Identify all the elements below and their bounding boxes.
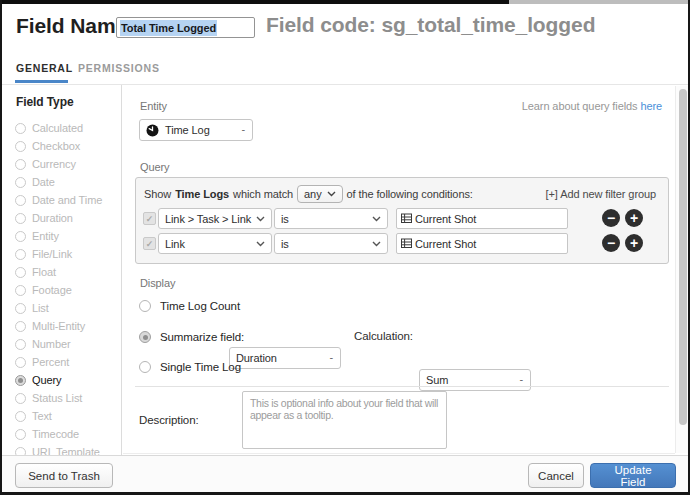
radio-icon — [15, 285, 26, 296]
radio-icon — [15, 141, 26, 152]
top-edge-light — [509, 0, 690, 4]
field-type-option-currency: Currency — [15, 155, 119, 173]
radio-summarize-field[interactable] — [139, 331, 151, 343]
help-text: Learn about query fields here — [522, 100, 662, 112]
condition-field-dropdown[interactable]: Link — [158, 233, 272, 254]
entity-dropdown-value: Time Log — [165, 124, 210, 136]
radio-single-time-log[interactable] — [139, 361, 151, 373]
help-link[interactable]: here — [640, 100, 662, 112]
summarize-field-label: Summarize field: — [160, 331, 244, 343]
section-divider — [135, 386, 669, 387]
field-type-option-date: Date — [15, 173, 119, 191]
calculation-dropdown[interactable]: Sum - — [419, 369, 531, 391]
tab-permissions[interactable]: PERMISSIONS — [78, 62, 160, 74]
remove-condition-button[interactable]: − — [602, 209, 620, 227]
field-type-option-duration: Duration — [15, 209, 119, 227]
radio-icon — [15, 267, 26, 278]
dropdown-indicator: - — [519, 373, 523, 385]
query-section-label: Query — [140, 161, 169, 173]
field-type-option-text: Text — [15, 407, 119, 425]
field-name-value: Total Time Logged — [120, 20, 217, 36]
radio-icon — [15, 393, 26, 404]
time-log-count-label: Time Log Count — [160, 300, 240, 312]
condition-field-dropdown[interactable]: Link > Task > Link — [158, 208, 272, 229]
radio-icon — [15, 177, 26, 188]
description-textarea[interactable] — [242, 391, 447, 449]
field-type-option-entity: Entity — [15, 227, 119, 245]
field-name-input[interactable]: Total Time Logged — [116, 17, 255, 38]
field-name-label: Field Name — [16, 14, 127, 38]
field-type-option-file-link: File/Link — [15, 245, 119, 263]
shot-entity-icon — [401, 238, 412, 249]
content-bottom-divider — [123, 453, 675, 454]
display-section-label: Display — [140, 277, 175, 289]
vertical-scrollbar-thumb[interactable] — [679, 89, 687, 425]
summarize-field-dropdown[interactable]: Duration - — [229, 347, 341, 369]
chevron-down-icon — [372, 241, 381, 247]
condition-value-field[interactable]: Current Shot — [396, 208, 568, 229]
radio-icon — [15, 429, 26, 440]
dropdown-indicator: - — [329, 351, 333, 363]
query-builder-box: Show Time Logs which match any of the fo… — [135, 177, 669, 264]
radio-icon — [15, 249, 26, 260]
radio-time-log-count[interactable] — [139, 300, 151, 312]
radio-icon — [15, 303, 26, 314]
radio-icon — [15, 321, 26, 332]
radio-icon — [15, 195, 26, 206]
radio-icon — [15, 231, 26, 242]
field-type-option-date-and-time: Date and Time — [15, 191, 119, 209]
radio-icon — [15, 411, 26, 422]
clock-icon — [146, 124, 159, 137]
field-type-option-list: List — [15, 299, 119, 317]
description-label: Description: — [139, 414, 199, 426]
field-type-option-timecode: Timecode — [15, 425, 119, 443]
field-type-option-query[interactable]: Query — [15, 371, 119, 389]
field-type-title: Field Type — [16, 95, 73, 109]
top-edge-dark — [2, 0, 509, 4]
condition-operator-dropdown[interactable]: is — [274, 208, 388, 229]
field-code: Field code: sg_total_time_logged — [266, 13, 595, 37]
send-to-trash-button[interactable]: Send to Trash — [15, 463, 113, 488]
condition-row: ✓ Link > Task > Link is Current Shot − + — [136, 208, 668, 229]
condition-row: ✓ Link is Current Shot − + — [136, 233, 668, 254]
field-type-list: Calculated Checkbox Currency Date Date a… — [15, 119, 119, 461]
dialog-footer: Send to Trash Cancel Update Field — [2, 455, 690, 492]
shot-entity-icon — [401, 213, 412, 224]
cancel-button[interactable]: Cancel — [528, 463, 584, 488]
field-type-option-float: Float — [15, 263, 119, 281]
query-sentence: Show Time Logs which match any of the fo… — [144, 185, 473, 203]
chevron-down-icon — [372, 216, 381, 222]
update-field-button[interactable]: Update Field — [590, 463, 676, 488]
radio-selected-icon — [15, 375, 26, 386]
active-tab-underline — [15, 80, 68, 83]
add-filter-group-link[interactable]: [+] Add new filter group — [546, 188, 656, 200]
match-mode-select[interactable]: any — [297, 185, 342, 203]
field-type-option-calculated: Calculated — [15, 119, 119, 137]
field-type-option-checkbox: Checkbox — [15, 137, 119, 155]
chevron-down-icon — [327, 191, 336, 197]
tab-general[interactable]: GENERAL — [16, 62, 73, 74]
field-type-sidebar: Field Type Calculated Checkbox Currency … — [2, 85, 122, 455]
radio-icon — [15, 213, 26, 224]
radio-icon — [15, 123, 26, 134]
chevron-down-icon — [256, 241, 265, 247]
configure-field-dialog: Field Name Total Time Logged Field code:… — [0, 0, 690, 495]
entity-dropdown[interactable]: Time Log - — [139, 119, 253, 141]
single-time-log-label: Single Time Log — [160, 361, 241, 373]
radio-icon — [15, 357, 26, 368]
remove-condition-button[interactable]: − — [602, 234, 620, 252]
condition-checkbox[interactable]: ✓ — [143, 237, 156, 250]
condition-operator-dropdown[interactable]: is — [274, 233, 388, 254]
chevron-down-icon — [256, 216, 265, 222]
add-condition-button[interactable]: + — [625, 234, 643, 252]
add-condition-button[interactable]: + — [625, 209, 643, 227]
query-entity-plural: Time Logs — [175, 188, 229, 200]
entity-section-label: Entity — [140, 100, 167, 112]
field-type-option-multi-entity: Multi-Entity — [15, 317, 119, 335]
field-type-option-status-list: Status List — [15, 389, 119, 407]
condition-value-field[interactable]: Current Shot — [396, 233, 568, 254]
condition-checkbox[interactable]: ✓ — [143, 212, 156, 225]
calculation-label: Calculation: — [354, 330, 413, 342]
field-type-option-number: Number — [15, 335, 119, 353]
field-type-option-percent: Percent — [15, 353, 119, 371]
